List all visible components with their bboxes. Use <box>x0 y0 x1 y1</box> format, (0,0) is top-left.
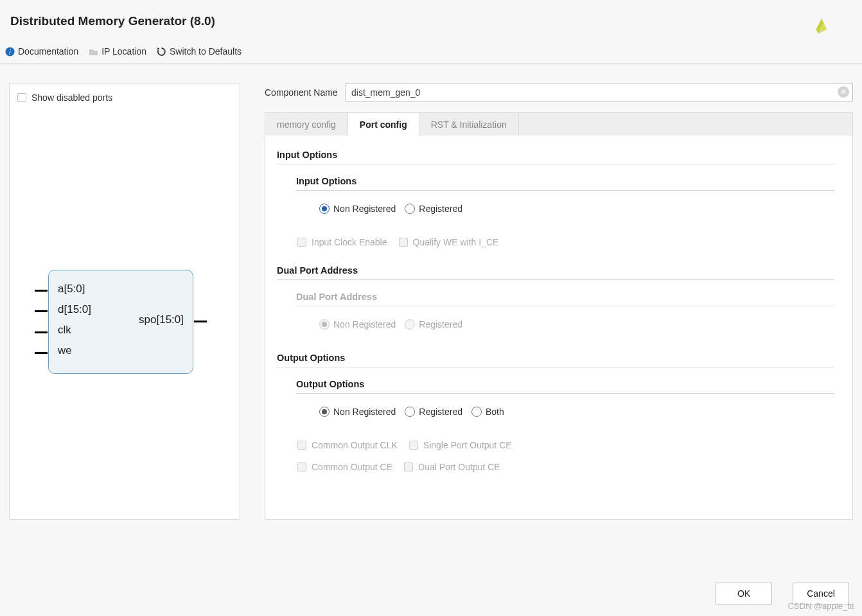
dual-port-radio-non-registered: Non Registered <box>319 319 396 330</box>
component-name-label: Component Name <box>265 87 340 98</box>
info-icon: i <box>5 47 15 57</box>
common-output-ce-checkbox: Common Output CE <box>297 462 392 472</box>
dual-port-heading: Dual Port Address <box>277 265 834 280</box>
port-label: we <box>58 344 184 358</box>
checkbox-icon <box>297 462 306 471</box>
ip-symbol: a[5:0] d[15:0] clk we spo[15:0] <box>48 270 193 374</box>
output-radio-registered[interactable]: Registered <box>405 407 462 417</box>
toolbar: i Documentation IP Location Switch to De… <box>0 41 862 64</box>
input-radio-registered[interactable]: Registered <box>405 204 462 214</box>
checkbox-icon <box>297 441 306 450</box>
radio-icon <box>319 204 330 214</box>
ip-location-link[interactable]: IP Location <box>89 46 146 57</box>
show-disabled-ports-checkbox[interactable]: Show disabled ports <box>17 92 232 103</box>
checkbox-icon <box>404 462 413 471</box>
show-disabled-label: Show disabled ports <box>31 92 112 103</box>
documentation-label: Documentation <box>18 46 78 57</box>
refresh-icon <box>157 47 166 57</box>
content-area: Show disabled ports a[5:0] d[15:0] clk w… <box>0 64 862 520</box>
radio-icon <box>319 319 330 330</box>
port-pin-icon <box>35 290 48 292</box>
checkbox-icon <box>297 238 306 247</box>
symbol-preview-panel: Show disabled ports a[5:0] d[15:0] clk w… <box>9 83 240 520</box>
folder-icon <box>89 48 98 56</box>
input-options-heading: Input Options <box>277 150 834 164</box>
radio-icon <box>405 204 415 214</box>
port-pin-icon <box>35 352 48 354</box>
radio-icon <box>405 319 415 330</box>
output-radio-non-registered[interactable]: Non Registered <box>319 407 396 417</box>
ok-button[interactable]: OK <box>716 583 772 604</box>
input-clock-enable-checkbox: Input Clock Enable <box>297 237 387 247</box>
component-name-row: Component Name ✕ <box>265 83 853 102</box>
checkbox-icon <box>17 93 26 102</box>
tab-memory-config[interactable]: memory config <box>265 113 348 136</box>
single-port-output-ce-checkbox: Single Port Output CE <box>409 440 512 450</box>
ip-location-label: IP Location <box>101 46 146 57</box>
tab-rst-initialization[interactable]: RST & Initialization <box>419 113 519 136</box>
dual-port-subheading: Dual Port Address <box>296 292 834 306</box>
cancel-button[interactable]: Cancel <box>793 583 849 604</box>
tab-port-config[interactable]: Port config <box>348 113 419 136</box>
checkbox-icon <box>399 238 408 247</box>
radio-icon <box>405 407 415 417</box>
tab-body: Input Options Input Options Non Register… <box>265 136 853 520</box>
port-pin-icon <box>194 321 207 322</box>
component-name-input[interactable] <box>346 83 853 102</box>
port-pin-icon <box>35 331 48 333</box>
dual-port-radio-registered: Registered <box>405 319 462 330</box>
output-options-subheading: Output Options <box>296 379 834 394</box>
header-bar: Distributed Memory Generator (8.0) <box>0 0 862 41</box>
radio-icon <box>471 407 482 417</box>
tab-scroll-area[interactable]: Input Options Input Options Non Register… <box>265 136 852 519</box>
config-tabs: memory config Port config RST & Initiali… <box>265 112 853 136</box>
port-label: a[5:0] <box>58 282 184 296</box>
port-label: spo[15:0] <box>139 313 184 326</box>
checkbox-icon <box>409 441 418 450</box>
page-title: Distributed Memory Generator (8.0) <box>10 14 215 28</box>
radio-icon <box>319 407 330 417</box>
dialog-footer: OK Cancel <box>716 583 849 604</box>
qualify-we-ice-checkbox: Qualify WE with I_CE <box>399 237 499 247</box>
config-panel: Component Name ✕ memory config Port conf… <box>265 83 853 520</box>
svg-marker-5 <box>157 48 159 50</box>
switch-defaults-link[interactable]: Switch to Defaults <box>157 46 242 57</box>
ip-block: a[5:0] d[15:0] clk we spo[15:0] <box>48 270 193 374</box>
clear-input-icon[interactable]: ✕ <box>838 86 849 98</box>
common-output-clk-checkbox: Common Output CLK <box>297 440 398 450</box>
switch-defaults-label: Switch to Defaults <box>170 46 242 57</box>
output-options-heading: Output Options <box>277 353 834 367</box>
documentation-link[interactable]: i Documentation <box>5 46 78 57</box>
vendor-logo-icon <box>811 14 832 36</box>
port-pin-icon <box>35 310 48 312</box>
output-radio-both[interactable]: Both <box>471 407 504 417</box>
input-radio-non-registered[interactable]: Non Registered <box>319 204 396 214</box>
dual-port-output-ce-checkbox: Dual Port Output CE <box>404 462 500 472</box>
input-options-subheading: Input Options <box>296 176 834 191</box>
